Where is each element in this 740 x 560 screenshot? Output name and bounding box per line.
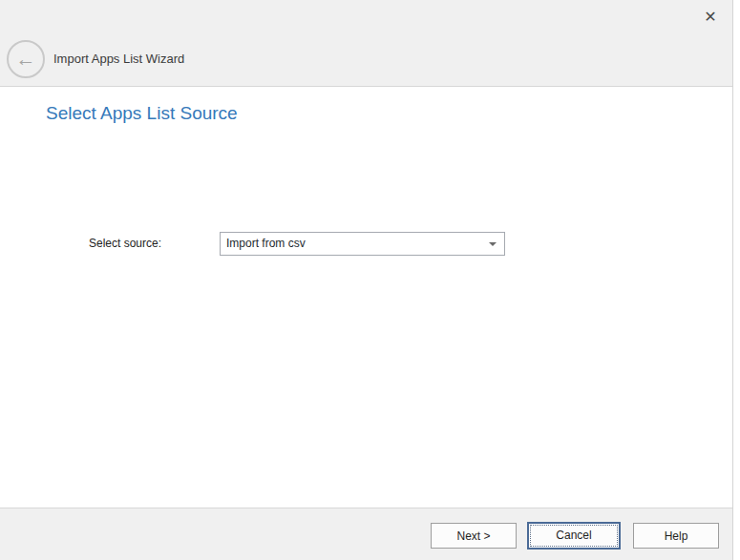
close-button[interactable]: ✕ (698, 5, 723, 30)
source-dropdown-value: Import from csv (226, 233, 481, 255)
wizard-footer (0, 508, 732, 560)
select-source-label: Select source: (89, 232, 161, 256)
next-button[interactable]: Next > (431, 523, 517, 549)
wizard-window: ✕ ← Import Apps List Wizard Select Apps … (0, 0, 733, 560)
wizard-title: Import Apps List Wizard (53, 40, 184, 78)
back-button[interactable]: ← (7, 40, 45, 78)
wizard-header: ✕ ← Import Apps List Wizard (0, 0, 732, 87)
back-arrow-icon: ← (16, 48, 36, 71)
dropdown-caret-icon (489, 242, 497, 246)
cancel-button-label: Cancel (556, 529, 591, 542)
source-dropdown[interactable]: Import from csv (220, 232, 505, 256)
close-icon: ✕ (704, 9, 716, 25)
page-title: Select Apps List Source (46, 103, 238, 124)
help-button[interactable]: Help (633, 523, 719, 549)
cancel-button[interactable]: Cancel (527, 522, 621, 550)
